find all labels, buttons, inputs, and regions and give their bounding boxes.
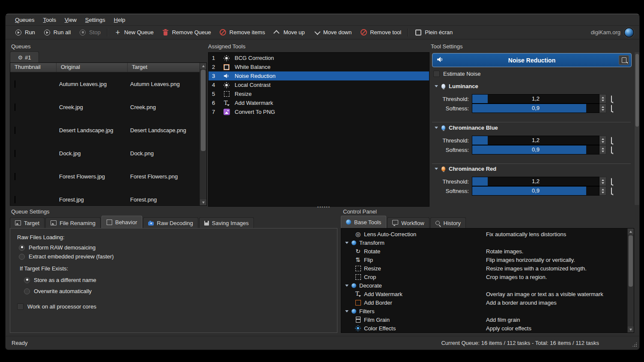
tab-saving-images[interactable]: Saving Images — [199, 217, 254, 228]
threshold-slider[interactable]: 1,2 — [472, 136, 599, 145]
move-down-button[interactable]: Move down — [309, 27, 356, 38]
queue-row[interactable]: Forest Flowers.jpg Forest Flowers.png — [10, 165, 206, 188]
assigned-tool-row[interactable]: 1 BCG Correction — [209, 53, 429, 62]
tool-settings-scrollbar[interactable] — [634, 52, 640, 205]
run-all-button[interactable]: Run all — [39, 27, 75, 38]
tree-item-lens-auto-correction[interactable]: ◎ Lens Auto-Correction Fix automatically… — [341, 230, 627, 238]
assigned-tool-row-selected[interactable]: 3 Noise Reduction — [209, 71, 429, 80]
collapse-arrow-icon[interactable] — [345, 242, 349, 244]
reset-default-icon[interactable] — [611, 147, 612, 153]
control-panel-scrollbar[interactable] — [627, 228, 634, 332]
tree-item-rotate[interactable]: ↻ Rotate Rotate images. — [341, 247, 627, 255]
scrollbar-thumb[interactable] — [629, 235, 633, 287]
spinbox-arrows[interactable] — [599, 104, 606, 113]
run-button[interactable]: Run — [11, 27, 39, 38]
reset-default-icon[interactable] — [611, 137, 612, 144]
queue-tab-1[interactable]: #1 — [10, 51, 39, 63]
new-queue-button[interactable]: New Queue — [110, 27, 158, 38]
column-original[interactable]: Original — [57, 63, 128, 72]
reset-default-icon[interactable] — [611, 96, 612, 102]
menu-help[interactable]: Help — [110, 15, 129, 24]
work-all-cores-checkbox-row[interactable]: Work on all processor cores — [17, 303, 96, 310]
menu-view[interactable]: View — [61, 15, 80, 24]
stop-button[interactable]: Stop — [75, 27, 105, 38]
tree-item-add-watermark[interactable]: Add Watermark Overlay an image or text a… — [341, 290, 627, 298]
scrollbar-thumb[interactable] — [201, 70, 206, 151]
spinbox-arrows[interactable] — [599, 186, 606, 196]
reset-default-icon[interactable] — [611, 188, 612, 194]
tool-settings-panel-title: Tool Settings — [431, 43, 462, 50]
tree-item-color-effects[interactable]: Color Effects Apply color effects — [341, 324, 627, 332]
softness-slider[interactable]: 0,9 — [472, 186, 599, 196]
scroll-down-arrow-icon[interactable] — [628, 326, 634, 332]
spinbox-arrows[interactable] — [599, 145, 606, 154]
remove-items-button[interactable]: Remove items — [215, 27, 269, 38]
assigned-tool-row[interactable]: 7 Convert To PNG — [209, 107, 429, 116]
move-up-button[interactable]: Move up — [269, 27, 309, 38]
tree-item-add-border[interactable]: Add Border Add a border around images — [341, 298, 627, 307]
reset-default-icon[interactable] — [611, 105, 612, 112]
queues-scrollbar[interactable] — [200, 63, 206, 205]
remove-queue-button[interactable]: Remove Queue — [158, 27, 215, 38]
tree-item-resize[interactable]: Resize Resize images with a customized l… — [341, 264, 627, 273]
spinbox-arrows[interactable] — [599, 136, 606, 145]
remove-tool-button[interactable]: Remove tool — [356, 27, 405, 38]
section-chrominance-blue[interactable]: Chrominance Blue — [435, 125, 498, 131]
tree-group-filters[interactable]: Filters — [341, 307, 627, 315]
spinbox-arrows[interactable] — [599, 94, 606, 104]
queue-row[interactable]: Autumn Leaves.jpg Autumn Leaves.png — [10, 72, 206, 95]
assigned-tool-row[interactable]: 5 Resize — [209, 89, 429, 98]
softness-slider[interactable]: 0,9 — [472, 104, 599, 113]
menu-settings[interactable]: Settings — [82, 15, 109, 24]
collapse-arrow-icon[interactable] — [345, 285, 349, 287]
section-chrominance-red[interactable]: Chrominance Red — [435, 166, 496, 172]
radio-overwrite-automatically[interactable]: Overwrite automatically — [24, 288, 92, 294]
splitter-handle[interactable]: •••••• — [317, 205, 331, 209]
tool-help-button[interactable] — [619, 55, 629, 65]
threshold-slider[interactable]: 1,2 — [472, 94, 599, 104]
scroll-up-arrow-icon[interactable] — [200, 63, 206, 69]
digikam-brand[interactable]: digiKam.org — [591, 27, 639, 38]
column-target[interactable]: Target — [128, 63, 206, 72]
tree-group-decorate[interactable]: Decorate — [341, 281, 627, 290]
tab-history[interactable]: History — [430, 217, 466, 228]
tab-behavior[interactable]: Behavior — [101, 216, 142, 228]
softness-slider[interactable]: 0,9 — [472, 145, 599, 154]
resize-grip[interactable] — [632, 342, 637, 347]
tab-raw-decoding[interactable]: Raw Decoding — [143, 217, 198, 228]
assigned-tool-row[interactable]: 4 Local Contrast — [209, 80, 429, 89]
menu-tools[interactable]: Tools — [40, 15, 60, 24]
scroll-up-arrow-icon[interactable] — [628, 228, 634, 234]
tree-item-crop[interactable]: Crop Crop images to a region. — [341, 273, 627, 281]
queue-row[interactable]: Desert Landscape.jpg Desert Landscape.pn… — [10, 119, 206, 142]
scroll-down-arrow-icon[interactable] — [200, 199, 206, 205]
assigned-tool-row[interactable]: 2 White Balance — [209, 62, 429, 71]
tree-item-film-grain[interactable]: Film Grain Add film grain — [341, 315, 627, 324]
work-all-cores-checkbox[interactable] — [17, 303, 24, 310]
estimate-noise-checkbox[interactable] — [433, 71, 440, 77]
tab-target[interactable]: Target — [10, 217, 45, 228]
spinbox-arrows[interactable] — [599, 177, 606, 186]
collapse-arrow-icon[interactable] — [345, 310, 349, 312]
queue-row[interactable]: Creek.jpg Creek.png — [10, 95, 206, 119]
section-luminance[interactable]: Luminance — [435, 83, 478, 89]
menu-queues[interactable]: Queues — [12, 15, 38, 24]
assigned-tool-row[interactable]: 6 Add Watermark — [209, 98, 429, 107]
tree-group-partial[interactable] — [341, 332, 627, 333]
tab-file-renaming[interactable]: File Renaming — [45, 217, 101, 228]
tree-item-flip[interactable]: ⇅ Flip Flip images horizontally or verti… — [341, 255, 627, 264]
radio-store-different-name[interactable]: Store as a different name — [24, 277, 96, 283]
tree-group-transform[interactable]: Transform — [341, 238, 627, 247]
reset-default-icon[interactable] — [611, 178, 612, 185]
thumbnail-dock — [15, 150, 15, 157]
threshold-slider[interactable]: 1,2 — [472, 177, 599, 186]
scrollbar-thumb[interactable] — [635, 54, 639, 127]
column-thumbnail[interactable]: Thumbnail — [10, 63, 57, 72]
queue-row[interactable]: Forest.jpg Forest.png — [10, 188, 206, 206]
tab-base-tools[interactable]: Base Tools — [341, 216, 386, 228]
radio-extract-embedded-preview[interactable]: Extract embedded preview (faster) — [19, 253, 114, 260]
fullscreen-button[interactable]: Plein écran — [411, 27, 457, 38]
radio-perform-raw-demosaicing[interactable]: Perform RAW demosaicing — [19, 244, 95, 251]
queue-row[interactable]: Dock.jpg Dock.png — [10, 142, 206, 165]
tab-workflow[interactable]: Workflow — [387, 217, 429, 228]
